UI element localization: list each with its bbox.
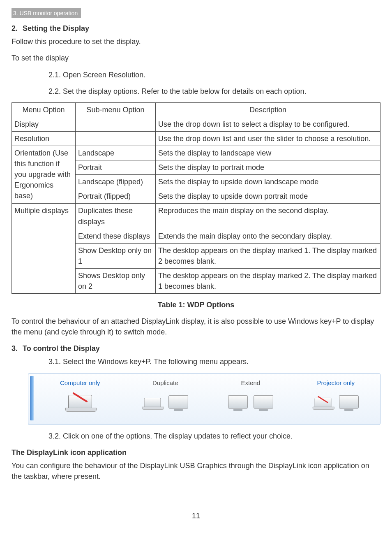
winp-option-duplicate[interactable]: Duplicate [123, 376, 208, 420]
winp-option-extend[interactable]: Extend [208, 376, 293, 420]
table-cell: Portrait (flipped) [76, 189, 156, 204]
table-cell: Extend these displays [76, 229, 156, 243]
table-cell: Sets the display to upside down landscap… [156, 175, 380, 189]
table-cell: Multiple displays [12, 204, 76, 294]
page-number: 11 [12, 511, 380, 521]
table-cell: Reproduces the main display on the secon… [156, 204, 380, 229]
extend-icon [210, 390, 292, 414]
heading-text: To control the Display [23, 344, 100, 353]
table-cell: Sets the display to portrait mode [156, 160, 380, 175]
table-cell: Resolution [12, 131, 76, 146]
heading-setting-display: 2. Setting the Display [12, 23, 380, 34]
table-cell: Landscape [76, 146, 156, 160]
heading-control-display: 3. To control the Display [12, 343, 380, 354]
table-cell [76, 131, 156, 146]
table-cell: Show Desktop only on 1 [76, 243, 156, 268]
intro-paragraph-1: Follow this procedure to set the display… [12, 36, 380, 47]
projector-only-icon [295, 390, 377, 414]
laptop-slash-icon [39, 390, 121, 414]
intro-paragraph-2: To set the display [12, 53, 380, 63]
table-cell: Display [12, 117, 76, 131]
winp-label: Duplicate [125, 378, 207, 388]
table-cell: Extends the main display onto the second… [156, 229, 380, 243]
winp-option-projector-only[interactable]: Projector only [293, 376, 379, 420]
menu-stripe [30, 376, 34, 420]
table-cell: Shows Desktop only on 2 [76, 268, 156, 293]
heading-text: Setting the Display [23, 24, 89, 32]
table-cell: Use the drop down list and user the slid… [156, 131, 380, 146]
table-cell: Use the drop down list to select a displ… [156, 117, 380, 131]
table-row: Multiple displays Duplicates these displ… [12, 204, 380, 229]
table-row: Orientation (Use this function if you up… [12, 146, 380, 160]
table-header-sub: Sub-menu Option [76, 102, 156, 117]
chapter-tag: 3. USB monitor operation [12, 8, 81, 18]
winp-label: Extend [210, 378, 292, 388]
winp-label: Projector only [295, 378, 377, 388]
table-cell: The desktop appears on the display marke… [156, 243, 380, 268]
table-row: Display Use the drop down list to select… [12, 117, 380, 131]
table-cell: Landscape (flipped) [76, 175, 156, 189]
winp-option-computer-only[interactable]: Computer only [37, 376, 123, 420]
table-cell [76, 117, 156, 131]
table-cell: Duplicates these displays [76, 204, 156, 229]
step-3-2: 3.2. Click on one of the options. The di… [48, 431, 380, 441]
winp-label: Computer only [39, 378, 121, 388]
table-cell: Portrait [76, 160, 156, 175]
paragraph-displaylink-icon: You can configure the behaviour of the D… [12, 460, 380, 482]
table-cell: Sets the display to landscape view [156, 146, 380, 160]
table-header-desc: Description [156, 102, 380, 117]
step-2-1: 2.1. Open Screen Resolution. [48, 70, 380, 80]
heading-number: 2. [12, 23, 21, 34]
table-header-menu: Menu Option [12, 102, 76, 117]
heading-number: 3. [12, 343, 21, 354]
heading-text: The DisplayLink icon application [12, 448, 127, 457]
step-2-2: 2.2. Set the display options. Refer to t… [48, 86, 380, 97]
table-row: Resolution Use the drop down list and us… [12, 131, 380, 146]
wdp-options-table: Menu Option Sub-menu Option Description … [12, 102, 380, 294]
heading-displaylink-icon: The DisplayLink icon application [12, 447, 380, 458]
table-cell: The desktop appears on the display marke… [156, 268, 380, 293]
table-caption: Table 1: WDP Options [12, 299, 380, 310]
table-cell: Orientation (Use this function if you up… [12, 146, 76, 204]
step-3-1: 3.1. Select the Windows key+P. The follo… [48, 356, 380, 367]
duplicate-icon [125, 390, 207, 414]
paragraph-after-table: To control the behaviour of an attached … [12, 316, 380, 337]
table-cell: Sets the display to upside down portrait… [156, 189, 380, 204]
win-p-menu: Computer only Duplicate Extend Projector… [28, 373, 380, 425]
